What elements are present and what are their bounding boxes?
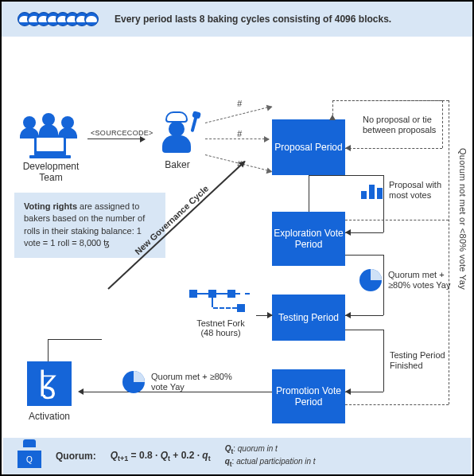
testnet-fork-label: Testnet Fork — [183, 318, 258, 328]
voting-rights-bold: Voting rights — [24, 201, 77, 211]
baker-icon — [157, 111, 197, 156]
quorum-met-text-2: Quorum met + ≥80% vote Yay — [151, 372, 239, 392]
proposal-period-box: Proposal Period — [272, 119, 345, 175]
testing-period-box: Testing Period — [272, 295, 345, 341]
activation-label: Activation — [17, 411, 81, 422]
testing-period-label: Testing Period — [278, 312, 339, 323]
promotion-period-label: Promotion Vote Period — [272, 385, 345, 408]
proposal-period-label: Proposal Period — [274, 142, 342, 153]
arrow-baker-proposal-1 — [205, 106, 272, 123]
quorum-legend: Qt: quorum in t qt: actual participation… — [225, 443, 316, 469]
quorum-footer: Q Quorum: Qt+1 = 0.8 · Qt + 0.2 · qt Qt:… — [3, 438, 471, 474]
development-team-node: Development Team — [11, 116, 91, 183]
fork-icon — [189, 287, 253, 315]
baker-node: Baker — [150, 111, 205, 170]
baker-label: Baker — [150, 159, 205, 170]
top-banner: Every period lasts 8 baking cycles consi… — [2, 2, 472, 37]
quorum-label: Quorum: — [56, 451, 96, 462]
quorum-met-text-1: Quorum met + ≥80% votes Yay — [388, 270, 464, 291]
exploration-vote-period-box: Exploration Vote Period — [272, 212, 345, 266]
hash-symbol: # — [237, 99, 242, 108]
ballot-box-letter: Q — [17, 451, 41, 468]
bar-chart-icon — [361, 181, 383, 199]
note-no-proposal: No proposal or tie between proposals — [363, 115, 458, 135]
note-testing-finished: Testing Period Finished — [390, 350, 461, 371]
activation-node: Activation — [17, 361, 81, 422]
pie-chart-icon — [359, 269, 382, 291]
diagram-canvas: Development Team <SOURCECODE> Baker # # … — [2, 37, 472, 441]
proposal-votes-text: Proposal with most votes — [389, 180, 453, 201]
team-icon — [23, 116, 79, 158]
testnet-hours-label: (48 hours) — [183, 328, 258, 337]
arrow-dev-to-baker — [87, 139, 145, 139]
tezos-logo-icon — [27, 361, 72, 406]
note-quorum-not-met: Quorum not met or <80% vote Yay — [458, 148, 468, 290]
note-quorum-met-2: Quorum met + ≥80% vote Yay — [122, 371, 239, 393]
dev-team-label: Development Team — [11, 161, 91, 183]
arrow-baker-proposal-2 — [205, 139, 269, 139]
conn-quorum-not-met — [449, 100, 449, 404]
testnet-fork-node: Testnet Fork (48 hours) — [183, 287, 258, 337]
note-proposal-most-votes: Proposal with most votes — [361, 180, 453, 201]
baking-cycle-icons — [17, 12, 99, 26]
hash-symbol: # — [237, 129, 242, 139]
promotion-vote-period-box: Promotion Vote Period — [272, 369, 345, 423]
ballot-box-icon: Q — [17, 444, 41, 468]
banner-text: Every period lasts 8 baking cycles consi… — [115, 14, 391, 25]
quorum-formula: Qt+1 = 0.8 · Qt + 0.2 · qt — [111, 450, 211, 462]
pie-chart-icon — [122, 371, 145, 393]
conn-proposal-exploration — [309, 175, 309, 212]
exploration-period-label: Exploration Vote Period — [272, 228, 345, 251]
